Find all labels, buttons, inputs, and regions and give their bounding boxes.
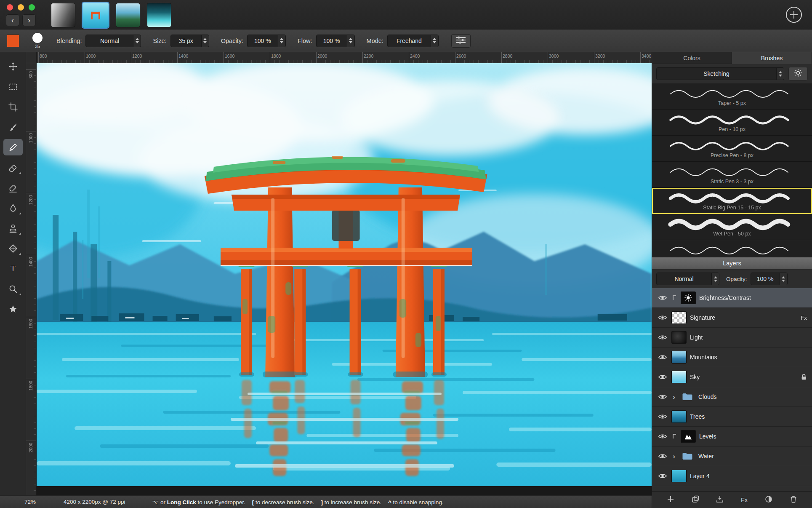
assistant-button[interactable] — [451, 34, 471, 48]
ruler-corner — [26, 52, 37, 63]
stepper-icon[interactable] — [776, 68, 784, 80]
ruler-tick — [404, 60, 405, 63]
ruler-tick — [136, 60, 136, 63]
ruler-tick — [469, 60, 469, 63]
tab-colors[interactable]: Colors — [652, 52, 732, 64]
brush-item-taper-5-px[interactable]: Taper - 5 px — [652, 83, 812, 110]
layer-opacity-input[interactable]: 100 % — [751, 273, 788, 285]
ruler-tick — [34, 391, 36, 391]
brush-item-pen-10-px[interactable]: Pen - 10 px — [652, 110, 812, 136]
ruler-tick — [38, 52, 39, 63]
layer-row-levels[interactable]: Levels — [652, 427, 812, 447]
layer-row-trees[interactable]: Trees — [652, 407, 812, 427]
brush-item-precise-pen-8-px[interactable]: Precise Pen - 8 px — [652, 136, 812, 162]
document-thumbnail-waterfall[interactable] — [147, 3, 171, 27]
stepper-icon[interactable] — [133, 35, 141, 47]
stepper-icon[interactable] — [711, 273, 719, 285]
ruler-tick — [432, 60, 432, 63]
fx-badge[interactable]: Fx — [801, 315, 807, 321]
adjustment-layer-button[interactable] — [760, 494, 777, 506]
minimize-window-button[interactable] — [18, 4, 24, 11]
layer-row-sky[interactable]: Sky — [652, 367, 812, 387]
affinity-photo-window: ‹ › 35 Blending: Normal Size: 35 px Opac… — [0, 0, 812, 508]
layer-row-signature[interactable]: SignatureFx — [652, 308, 812, 328]
canvas[interactable] — [37, 63, 652, 495]
brush-item-wet-pen-50-px[interactable]: Wet Pen - 50 px — [652, 214, 812, 240]
pixel-brush-tool[interactable] — [3, 139, 23, 155]
size-input[interactable]: 35 px — [170, 35, 209, 47]
expand-chevron-icon[interactable]: › — [671, 393, 676, 401]
stepper-icon[interactable] — [780, 273, 787, 285]
paint-brush-tool[interactable] — [3, 119, 23, 135]
document-thumbnail-torii[interactable] — [83, 3, 109, 28]
ruler-tick — [34, 100, 36, 101]
layer-row-water[interactable]: ›Water — [652, 447, 812, 466]
ruler-tick — [26, 69, 37, 70]
brush-category-dropdown[interactable]: Sketching — [656, 67, 784, 80]
mesh-tool[interactable] — [3, 240, 23, 257]
document-thumbnail-figure[interactable] — [51, 3, 75, 27]
ruler-tick — [34, 490, 36, 491]
ruler-tick — [34, 112, 36, 113]
ruler-tick — [543, 60, 543, 63]
ruler-tick — [34, 205, 36, 206]
ruler-tick — [61, 60, 62, 63]
expand-chevron-icon[interactable]: › — [671, 453, 676, 460]
crop-tool[interactable] — [3, 99, 23, 115]
visibility-eye-icon[interactable] — [657, 393, 668, 400]
move-tool[interactable] — [3, 58, 23, 75]
forward-button[interactable]: › — [22, 14, 36, 26]
brush-item-extra[interactable] — [652, 240, 812, 257]
group-layer-button[interactable] — [687, 494, 704, 506]
visibility-eye-icon[interactable] — [657, 413, 668, 420]
new-document-button[interactable] — [786, 7, 802, 23]
mode-dropdown[interactable]: Freehand — [387, 35, 439, 47]
blending-dropdown[interactable]: Normal — [85, 35, 141, 47]
stepper-icon[interactable] — [278, 35, 285, 47]
stepper-icon[interactable] — [201, 35, 209, 47]
flow-input[interactable]: 100 % — [316, 35, 355, 47]
visibility-eye-icon[interactable] — [657, 314, 668, 321]
visibility-eye-icon[interactable] — [657, 294, 668, 301]
visibility-eye-icon[interactable] — [657, 374, 668, 380]
brush-stroke-preview — [660, 216, 804, 232]
brush-item-static-pen-3-3-px[interactable]: Static Pen 3 - 3 px — [652, 162, 812, 188]
layer-row-layer-4[interactable]: Layer 4 — [652, 466, 812, 486]
visibility-eye-icon[interactable] — [657, 354, 668, 361]
visibility-eye-icon[interactable] — [657, 453, 668, 460]
visibility-eye-icon[interactable] — [657, 334, 668, 341]
document-thumbnail-landscape[interactable] — [116, 3, 140, 27]
opacity-input[interactable]: 100 % — [247, 35, 286, 47]
stepper-icon[interactable] — [347, 35, 354, 47]
layer-row-clouds[interactable]: ›Clouds — [652, 387, 812, 407]
layer-row-brightness-contrast[interactable]: Brightness/Contrast — [652, 288, 812, 308]
add-layer-button[interactable] — [662, 494, 679, 506]
brush-settings-button[interactable] — [788, 67, 808, 80]
text-tool[interactable]: T — [3, 260, 23, 277]
back-button[interactable]: ‹ — [6, 14, 19, 26]
blur-tool[interactable] — [3, 200, 23, 216]
marquee-tool[interactable] — [3, 78, 23, 95]
fullscreen-window-button[interactable] — [29, 4, 35, 11]
close-window-button[interactable] — [7, 4, 13, 11]
background-eraser-tool[interactable] — [3, 179, 23, 196]
brush-item-static-big-pen-15-15-px[interactable]: Static Big Pen 15 - 15 px — [652, 188, 812, 214]
favorites-tool[interactable] — [3, 301, 23, 317]
ruler-tick — [149, 60, 150, 63]
zoom-level[interactable]: 72% — [24, 499, 36, 505]
eraser-tool[interactable] — [3, 159, 23, 176]
trees-thumbnail — [671, 410, 687, 423]
fx-layer-button[interactable]: Fx — [736, 494, 753, 506]
visibility-eye-icon[interactable] — [657, 433, 668, 440]
layer-row-mountains[interactable]: Mountains — [652, 348, 812, 367]
layer-blend-dropdown[interactable]: Normal — [656, 273, 719, 285]
visibility-eye-icon[interactable] — [657, 473, 668, 479]
color-swatch[interactable] — [7, 35, 19, 47]
delete-layer-button[interactable] — [785, 494, 802, 506]
tab-brushes[interactable]: Brushes — [732, 52, 812, 64]
import-layer-button[interactable] — [711, 494, 728, 506]
clone-tool[interactable] — [3, 220, 23, 236]
zoom-tool[interactable] — [3, 281, 23, 297]
stepper-icon[interactable] — [431, 35, 438, 47]
layer-row-light[interactable]: Light — [652, 328, 812, 348]
